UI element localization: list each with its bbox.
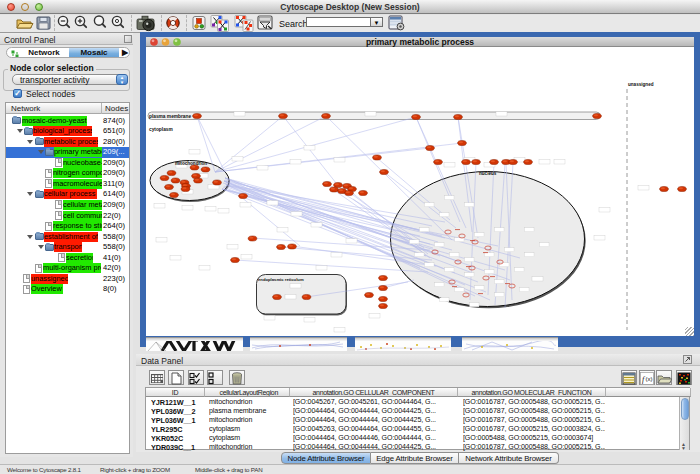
svg-text:plasma membrane: plasma membrane	[149, 114, 191, 119]
svg-text:nucleus: nucleus	[479, 171, 497, 176]
svg-text:(x): (x)	[646, 376, 653, 382]
svg-text:cytoplasm: cytoplasm	[149, 127, 173, 132]
svg-text:unassigned: unassigned	[628, 82, 654, 87]
svg-text:mitochondrion: mitochondrion	[175, 161, 207, 166]
svg-text:endoplasmic reticulum: endoplasmic reticulum	[258, 277, 304, 282]
